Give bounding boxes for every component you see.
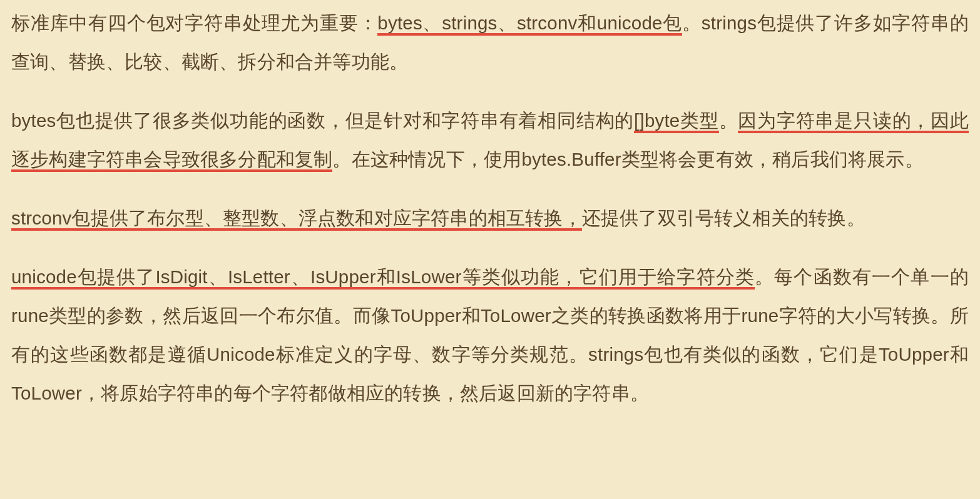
text-segment: 还提供了双引号转义相关的转换。 bbox=[582, 208, 865, 228]
paragraph-1: 标准库中有四个包对字符串处理尤为重要：bytes、strings、strconv… bbox=[11, 4, 969, 81]
underlined-text: bytes、strings、strconv和unicode包 bbox=[377, 13, 682, 36]
text-segment: bytes包也提供了很多类似功能的函数，但是针对和字符串有着相同结构的 bbox=[11, 110, 634, 131]
text-segment: 。在这种情况下，使用bytes.Buffer类型将会更有效，稍后我们将展示。 bbox=[332, 149, 923, 169]
underlined-text: []byte类型 bbox=[634, 110, 718, 133]
paragraph-3: strconv包提供了布尔型、整型数、浮点数和对应字符串的相互转换，还提供了双引… bbox=[11, 199, 969, 238]
underlined-text: unicode包提供了IsDigit、IsLetter、IsUpper和IsLo… bbox=[11, 266, 755, 290]
text-segment: 。 bbox=[719, 110, 738, 131]
paragraph-2: bytes包也提供了很多类似功能的函数，但是针对和字符串有着相同结构的[]byt… bbox=[11, 101, 969, 179]
text-segment: 标准库中有四个包对字符串处理尤为重要： bbox=[11, 13, 377, 33]
paragraph-4: unicode包提供了IsDigit、IsLetter、IsUpper和IsLo… bbox=[11, 258, 969, 413]
underlined-text: strconv包提供了布尔型、整型数、浮点数和对应字符串的相互转换， bbox=[11, 208, 582, 231]
